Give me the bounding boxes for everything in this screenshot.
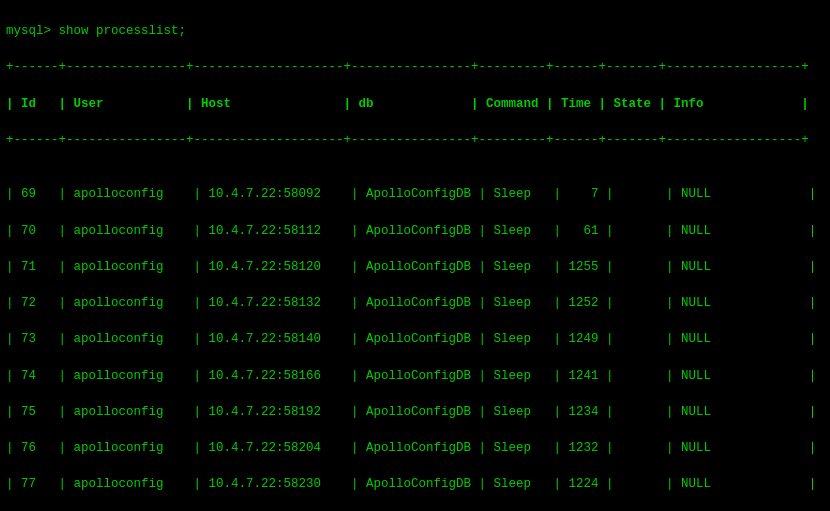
separator-top: +------+----------------+---------------… bbox=[6, 58, 824, 76]
table-row: | 69 | apolloconfig | 10.4.7.22:58092 | … bbox=[6, 185, 824, 203]
table-row: | 73 | apolloconfig | 10.4.7.22:58140 | … bbox=[6, 330, 824, 348]
table-row: | 76 | apolloconfig | 10.4.7.22:58204 | … bbox=[6, 439, 824, 457]
table-row: | 75 | apolloconfig | 10.4.7.22:58192 | … bbox=[6, 403, 824, 421]
table-header: | Id | User | Host | db | Command | Time… bbox=[6, 95, 824, 113]
table-row: | 71 | apolloconfig | 10.4.7.22:58120 | … bbox=[6, 258, 824, 276]
table-row: | 72 | apolloconfig | 10.4.7.22:58132 | … bbox=[6, 294, 824, 312]
normal-rows: | 69 | apolloconfig | 10.4.7.22:58092 | … bbox=[6, 185, 824, 511]
table-row: | 70 | apolloconfig | 10.4.7.22:58112 | … bbox=[6, 222, 824, 240]
command-prompt: mysql> show processlist; bbox=[6, 22, 824, 40]
table-row: | 74 | apolloconfig | 10.4.7.22:58166 | … bbox=[6, 367, 824, 385]
terminal: mysql> show processlist; +------+-------… bbox=[0, 0, 830, 511]
table-body: | 69 | apolloconfig | 10.4.7.22:58092 | … bbox=[6, 167, 824, 511]
table-row: | 77 | apolloconfig | 10.4.7.22:58230 | … bbox=[6, 475, 824, 493]
separator-mid: +------+----------------+---------------… bbox=[6, 131, 824, 149]
